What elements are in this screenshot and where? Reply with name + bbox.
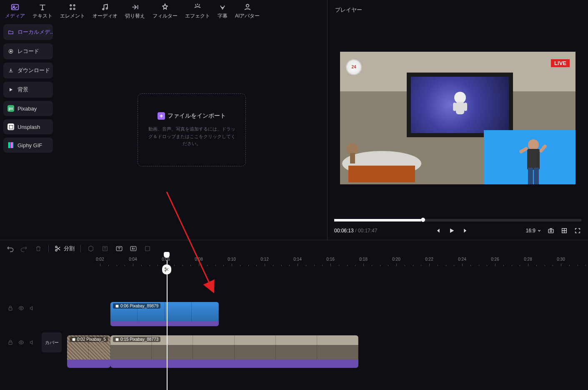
track-lock-icon[interactable]: [8, 340, 13, 345]
pixabay-icon: px: [8, 105, 14, 112]
svg-point-11: [454, 92, 466, 103]
preview-desk: [340, 138, 423, 184]
svg-point-26: [550, 230, 552, 232]
track-visibility-icon[interactable]: [18, 305, 24, 311]
audio-icon: [100, 3, 110, 12]
timeline-ruler[interactable]: 0:020:040:060:080:100:120:140:160:180:20…: [67, 257, 588, 269]
track-mute-icon[interactable]: [29, 305, 35, 311]
svg-rect-18: [350, 153, 355, 164]
tab-text[interactable]: テキスト: [33, 3, 53, 20]
split-button[interactable]: 分割: [55, 245, 75, 252]
caption-tool-button[interactable]: [115, 244, 123, 253]
svg-point-4: [70, 8, 71, 9]
svg-rect-13: [453, 103, 456, 111]
sidebar-item-background[interactable]: 背景: [3, 82, 53, 98]
tab-element[interactable]: エレメント: [60, 3, 85, 20]
svg-point-17: [347, 143, 358, 155]
clip-main-1[interactable]: 0:02 Pixabay_5: [67, 335, 110, 368]
play-button[interactable]: [448, 227, 455, 234]
tab-audio[interactable]: オーディオ: [93, 3, 118, 20]
sidebar-item-pixabay[interactable]: px Pixabay: [3, 101, 53, 116]
sidebar-item-unsplash[interactable]: ⬚ Unsplash: [3, 119, 53, 134]
progress-bar[interactable]: [334, 219, 581, 221]
sidebar-item-local[interactable]: ローカルメデ...: [3, 24, 53, 40]
snapshot-button[interactable]: [547, 227, 555, 234]
svg-point-5: [74, 8, 75, 9]
player-title: プレイヤー: [328, 0, 588, 20]
playhead-line: [167, 260, 168, 390]
playhead-handle[interactable]: [164, 252, 170, 258]
filter-icon: [160, 3, 170, 12]
tab-avatar[interactable]: AIアバター: [235, 3, 260, 20]
top-toolbar: メディア テキスト エレメント オーディオ 切り替え フィルター: [0, 0, 327, 20]
svg-rect-41: [73, 338, 75, 341]
ai-tool-button[interactable]: [129, 244, 138, 253]
svg-rect-24: [534, 168, 539, 184]
delete-button[interactable]: [34, 244, 43, 253]
tab-media[interactable]: メディア: [5, 3, 25, 20]
svg-point-8: [246, 4, 249, 7]
import-title: ファイルをインポート: [168, 112, 226, 120]
svg-rect-12: [456, 102, 464, 114]
aspect-ratio-dropdown[interactable]: 16:9: [526, 228, 541, 234]
tracks-area: 0:06 Pixabay_89879 カバー 0:02 Pixabay_5 0:…: [0, 269, 588, 390]
news-badge: 24: [346, 59, 362, 75]
fullscreen-button[interactable]: [574, 227, 581, 234]
svg-rect-23: [528, 168, 533, 184]
scissors-handle[interactable]: [162, 264, 171, 274]
svg-rect-16: [348, 166, 415, 182]
timecode: 00:06:13 / 00:17:47: [334, 228, 377, 234]
svg-rect-14: [464, 103, 467, 111]
record-icon: [8, 48, 14, 55]
undo-button[interactable]: [6, 244, 14, 253]
download-icon: [8, 67, 14, 74]
sidebar-item-download[interactable]: ダウンロード: [3, 63, 53, 78]
preview-tv-screen: [407, 73, 513, 137]
redo-button[interactable]: [20, 244, 28, 253]
svg-rect-21: [519, 146, 528, 154]
track-lock-icon[interactable]: [8, 305, 13, 311]
clip-overlay[interactable]: 0:06 Pixabay_89879: [110, 302, 219, 326]
sidebar-item-record[interactable]: レコード: [3, 43, 53, 59]
svg-rect-33: [145, 247, 150, 251]
tab-filter[interactable]: フィルター: [153, 3, 178, 20]
text-tool-button[interactable]: [101, 244, 109, 253]
svg-point-7: [106, 8, 108, 9]
next-frame-button[interactable]: [462, 227, 470, 234]
plus-icon: +: [158, 112, 165, 120]
grid-button[interactable]: [560, 227, 568, 234]
svg-point-3: [74, 5, 75, 6]
tab-transition[interactable]: 切り替え: [125, 3, 145, 20]
text-icon: [38, 3, 47, 12]
svg-rect-42: [116, 338, 119, 341]
folder-icon: [8, 29, 14, 35]
svg-rect-20: [527, 149, 540, 170]
tab-effect[interactable]: エフェクト: [185, 3, 210, 20]
prev-frame-button[interactable]: [434, 227, 441, 234]
svg-point-40: [20, 342, 22, 343]
track-visibility-icon[interactable]: [18, 340, 24, 345]
play-icon: [8, 86, 14, 93]
track-mute-icon[interactable]: [29, 340, 35, 345]
subtitle-icon: [218, 3, 227, 12]
svg-point-6: [103, 8, 104, 10]
tab-subtitle[interactable]: 字幕: [218, 3, 228, 20]
export-tool-button[interactable]: [143, 244, 152, 253]
avatar-icon: [243, 3, 252, 12]
clip-main-2[interactable]: 0:15 Pixabay_88773: [110, 335, 358, 368]
cover-button[interactable]: カバー: [42, 332, 62, 352]
marker-button[interactable]: [87, 244, 95, 253]
effect-icon: [193, 3, 202, 12]
video-preview[interactable]: 24 LIVE: [340, 52, 575, 184]
sidebar-item-giphy[interactable]: Giphy GIF: [3, 138, 53, 153]
svg-point-2: [70, 5, 71, 6]
picture-in-picture: [484, 130, 575, 184]
import-description: 動画、音声、写真を追加するには、ドラッグ＆ドロップまたはここをクリックしてくださ…: [146, 126, 237, 148]
media-icon: [10, 3, 20, 12]
svg-rect-25: [548, 229, 553, 233]
import-dropzone[interactable]: + ファイルをインポート 動画、音声、写真を追加するには、ドラッグ＆ドロップまた…: [138, 93, 246, 166]
svg-rect-38: [116, 304, 119, 307]
transition-icon: [130, 3, 140, 12]
svg-point-19: [528, 139, 539, 150]
live-badge: LIVE: [551, 59, 570, 67]
